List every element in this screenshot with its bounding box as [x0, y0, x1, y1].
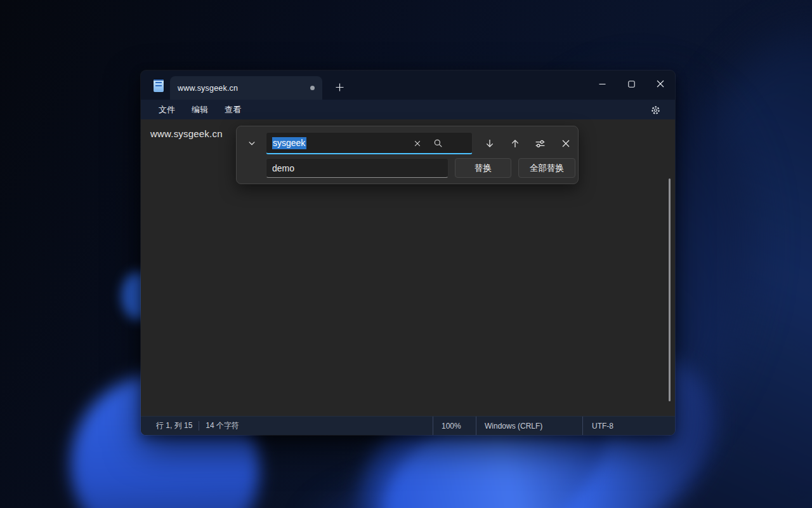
- titlebar[interactable]: www.sysgeek.cn: [141, 70, 675, 100]
- line-ending[interactable]: Windows (CRLF): [476, 417, 582, 435]
- collapse-replace-button[interactable]: [242, 135, 261, 152]
- cursor-position: 行 1, 列 15: [141, 417, 199, 435]
- zoom-level[interactable]: 100%: [433, 417, 476, 435]
- tune-options-icon: [535, 138, 546, 149]
- search-button[interactable]: [429, 135, 446, 151]
- encoding[interactable]: UTF-8: [582, 417, 675, 435]
- replace-all-button[interactable]: 全部替换: [518, 158, 575, 178]
- statusbar-right: 100% Windows (CRLF) UTF-8: [433, 417, 675, 435]
- settings-button[interactable]: [645, 102, 666, 118]
- maximize-button[interactable]: [617, 70, 646, 97]
- close-find-button[interactable]: [556, 135, 575, 152]
- tab-document[interactable]: www.sysgeek.cn: [170, 76, 322, 100]
- find-replace-dialog: sysgeek: [236, 126, 579, 184]
- caption-buttons: [587, 70, 675, 97]
- arrow-down-icon: [485, 138, 495, 149]
- maximize-icon: [628, 81, 635, 88]
- close-icon: [657, 80, 664, 88]
- character-count: 14 个字符: [199, 417, 247, 435]
- close-button[interactable]: [646, 70, 675, 97]
- new-tab-button[interactable]: [329, 76, 350, 98]
- arrow-up-icon: [510, 138, 520, 149]
- close-x-icon: [561, 139, 570, 148]
- editor-area[interactable]: www.sysgeek.cn sysgeek: [141, 119, 675, 416]
- find-next-button[interactable]: [480, 135, 499, 152]
- menu-view[interactable]: 查看: [216, 102, 249, 118]
- gear-icon: [650, 105, 661, 116]
- minimize-button[interactable]: [587, 70, 617, 97]
- menubar: 文件 编辑 查看: [141, 100, 675, 119]
- find-row: sysgeek: [237, 132, 578, 155]
- replace-input-text: demo: [272, 163, 294, 173]
- notepad-icon: [152, 78, 166, 93]
- minimize-icon: [599, 81, 606, 88]
- replace-row: demo 替换 全部替换: [237, 158, 578, 178]
- vertical-scrollbar[interactable]: [665, 119, 674, 416]
- plus-icon: [335, 83, 344, 92]
- tab-title: www.sysgeek.cn: [178, 84, 238, 93]
- replace-input[interactable]: demo: [266, 158, 449, 178]
- find-options-button[interactable]: [531, 135, 549, 152]
- menu-edit[interactable]: 编辑: [183, 102, 216, 118]
- search-icon: [433, 138, 443, 148]
- scrollbar-thumb[interactable]: [669, 178, 671, 401]
- menu-file[interactable]: 文件: [150, 102, 183, 118]
- find-previous-button[interactable]: [506, 135, 524, 152]
- document-text: www.sysgeek.cn: [150, 128, 223, 139]
- chevron-down-icon: [247, 139, 256, 148]
- find-input-selected-text: sysgeek: [272, 137, 306, 149]
- notepad-window: www.sysgeek.cn: [141, 70, 675, 435]
- clear-search-button[interactable]: [409, 135, 426, 151]
- unsaved-indicator-dot: [310, 86, 315, 90]
- clear-x-icon: [414, 140, 421, 147]
- replace-button[interactable]: 替换: [455, 158, 511, 178]
- statusbar: 行 1, 列 15 14 个字符 100% Windows (CRLF) UTF…: [141, 416, 675, 435]
